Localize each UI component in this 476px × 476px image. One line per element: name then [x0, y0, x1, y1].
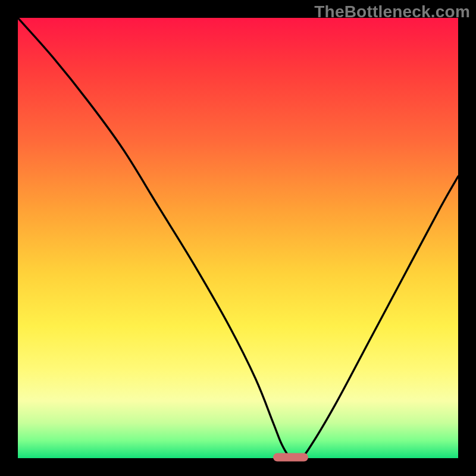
curve-layer	[18, 18, 458, 458]
chart-frame: TheBottleneck.com	[0, 0, 476, 476]
plot-area	[18, 18, 458, 458]
optimal-marker	[273, 453, 308, 462]
bottleneck-curve	[18, 18, 458, 458]
